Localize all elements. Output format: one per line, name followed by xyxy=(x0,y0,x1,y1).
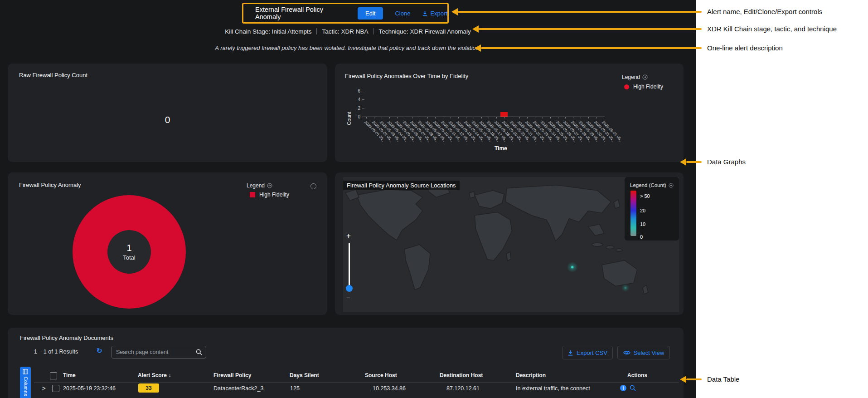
map-anomaly-marker[interactable] xyxy=(621,284,630,292)
clone-button[interactable]: Clone xyxy=(395,10,410,17)
alert-header-highlight-box: External Firewall Policy Anomaly Edit Cl… xyxy=(242,3,449,24)
sort-desc-icon: ↓ xyxy=(168,372,171,378)
map-legend: Legend (Count) > 50 20 10 0 xyxy=(625,177,679,241)
x-tick-mark xyxy=(573,117,573,118)
select-all-checkbox[interactable] xyxy=(50,372,57,379)
x-tick-mark xyxy=(519,117,520,118)
y-tick-label: 4 xyxy=(351,97,360,102)
info-icon[interactable]: i xyxy=(620,385,626,391)
x-tick-mark xyxy=(374,117,374,118)
x-tick-mark xyxy=(543,117,543,118)
col-header-actions: Actions xyxy=(627,372,647,378)
cell-days-silent: 125 xyxy=(290,385,300,392)
col-header-description[interactable]: Description xyxy=(516,372,546,378)
x-tick-mark xyxy=(420,117,420,118)
y-tick-label: 2 xyxy=(351,106,360,111)
refresh-icon[interactable]: ↻ xyxy=(97,347,102,355)
x-tick-mark xyxy=(382,117,382,118)
drilldown-search-icon[interactable] xyxy=(630,385,636,391)
map-panel: Firewall Policy Anomaly Source Locations… xyxy=(335,172,684,315)
x-tick-mark xyxy=(458,117,459,118)
scale-label: 10 xyxy=(640,221,645,227)
scale-label: > 50 xyxy=(640,193,650,199)
annotation-arrow xyxy=(680,158,702,166)
divider xyxy=(316,28,317,34)
x-tick-mark xyxy=(588,117,589,118)
x-tick-mark xyxy=(512,117,512,118)
x-tick-mark xyxy=(527,117,528,118)
y-tick-label: 6 xyxy=(351,88,360,93)
annotation-arrow xyxy=(451,8,702,15)
x-tick-mark xyxy=(481,117,482,118)
cell-time: 2025-05-19 23:32:46 xyxy=(63,385,116,392)
annotation-arrow xyxy=(475,44,702,52)
export-csv-button[interactable]: Export CSV xyxy=(562,346,613,359)
donut-panel: Firewall Policy Anomaly Legend High Fide… xyxy=(8,172,327,315)
circle-icon[interactable] xyxy=(310,183,316,189)
columns-button[interactable]: Columns xyxy=(20,367,31,398)
map-zoom-handle[interactable] xyxy=(346,285,353,292)
eye-icon xyxy=(623,350,630,355)
tactic: Tactic: XDR NBA xyxy=(322,28,368,35)
export-button[interactable]: Export xyxy=(422,10,447,17)
technique: Technique: XDR Firewall Anomaly xyxy=(379,28,471,35)
alert-score-badge: 33 xyxy=(138,383,159,393)
scale-label: 20 xyxy=(640,208,645,213)
annotation-arrow xyxy=(680,376,702,383)
cell-firewall-policy: DatacenterRack2_3 xyxy=(213,385,263,392)
x-tick-mark xyxy=(451,117,451,118)
x-tick-mark xyxy=(581,117,581,118)
donut-chart[interactable]: 1 Total xyxy=(73,195,186,309)
donut-total-value: 1 xyxy=(126,243,131,253)
x-tick-mark xyxy=(397,117,398,118)
raw-count-panel: Raw Firewall Policy Count 0 xyxy=(8,64,327,162)
bar-high-fidelity[interactable] xyxy=(500,112,508,117)
annotation-label: Alert name, Edit/Clone/Export controls xyxy=(707,8,822,15)
search-input[interactable] xyxy=(115,349,196,356)
x-tick-mark xyxy=(405,117,405,118)
x-tick-mark xyxy=(474,117,474,118)
y-tick-label: 0 xyxy=(351,114,360,119)
y-axis-label: Count xyxy=(346,112,352,125)
download-icon xyxy=(567,350,573,356)
legend-item-high-fidelity[interactable]: High Fidelity xyxy=(250,192,289,198)
cell-description: In external traffic, the connect xyxy=(516,385,590,392)
count-gradient-bar xyxy=(630,191,636,236)
x-tick-mark xyxy=(558,117,558,118)
col-header-days-silent[interactable]: Days Silent xyxy=(290,372,319,378)
alert-title: External Firewall Policy Anomaly xyxy=(255,6,346,20)
map-zoom-slider[interactable] xyxy=(349,243,350,289)
legend-header[interactable]: Legend xyxy=(247,182,272,189)
annotation-label: Data Graphs xyxy=(707,158,746,166)
x-tick-mark xyxy=(535,117,535,118)
donut-total-label: Total xyxy=(123,254,135,261)
map-legend-header[interactable]: Legend (Count) xyxy=(630,182,674,188)
search-box xyxy=(111,346,206,359)
x-tick-mark xyxy=(443,117,443,118)
x-tick-mark xyxy=(435,117,436,118)
map-zoom-out-button[interactable]: − xyxy=(346,294,350,301)
row-checkbox[interactable] xyxy=(52,385,59,392)
panel-title: Firewall Policy Anomaly xyxy=(19,182,81,188)
search-icon[interactable] xyxy=(196,349,202,355)
kill-chain-stage: Kill Chain Stage: Initial Attempts xyxy=(225,28,311,35)
expand-chevron-icon[interactable]: > xyxy=(42,385,46,392)
col-header-source-host[interactable]: Source Host xyxy=(365,372,397,378)
select-view-button[interactable]: Select View xyxy=(617,346,670,359)
map-zoom-in-button[interactable]: + xyxy=(346,231,351,241)
col-header-alert-score[interactable]: Alert Score ↓ xyxy=(138,372,171,378)
x-tick-mark xyxy=(366,117,367,118)
scale-label: 0 xyxy=(640,234,643,240)
col-header-firewall-policy[interactable]: Firewall Policy xyxy=(213,372,251,378)
documents-panel: Firewall Policy Anomaly Documents 1 – 1 … xyxy=(8,328,684,398)
col-header-time[interactable]: Time xyxy=(63,372,76,378)
y-tick-mark xyxy=(362,108,364,108)
bar-chart: Count Time 02462025-05-01 05_2025-05-02 … xyxy=(335,64,684,162)
annotation-panel xyxy=(696,0,868,398)
annotation-label: Data Table xyxy=(707,375,739,383)
edit-button[interactable]: Edit xyxy=(358,7,383,20)
x-tick-mark xyxy=(604,117,604,118)
results-count: 1 – 1 of 1 Results xyxy=(34,349,78,355)
over-time-panel: Firewall Policy Anomalies Over Time by F… xyxy=(335,64,684,162)
col-header-destination-host[interactable]: Destination Host xyxy=(440,372,483,378)
